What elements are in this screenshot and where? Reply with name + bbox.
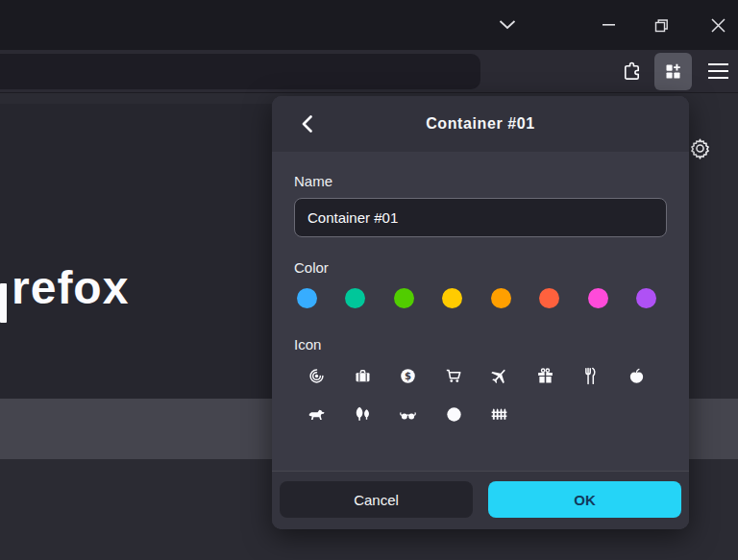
color-swatch-orange[interactable] <box>491 288 511 308</box>
window-titlebar <box>0 0 738 50</box>
svg-text:$: $ <box>405 371 411 381</box>
color-swatch-yellow[interactable] <box>442 288 462 308</box>
color-swatch-turquoise[interactable] <box>345 288 365 308</box>
firefox-wordmark: refox <box>12 261 129 314</box>
list-tabs-chevron-icon[interactable] <box>485 0 529 50</box>
navigation-toolbar <box>0 50 738 93</box>
minimize-button[interactable] <box>586 0 630 50</box>
icon-grid: $ <box>294 361 659 429</box>
color-swatch-red[interactable] <box>539 288 559 308</box>
icon-option-circle[interactable] <box>431 400 478 429</box>
cancel-button[interactable]: Cancel <box>280 481 473 518</box>
color-swatch-pink[interactable] <box>588 288 608 308</box>
wordmark-letter-fragment <box>0 283 7 323</box>
close-window-button[interactable] <box>696 0 738 50</box>
popup-body: Name Color Icon $ <box>272 152 689 471</box>
back-chevron-icon[interactable] <box>285 96 328 152</box>
icon-option-fence[interactable] <box>477 400 523 429</box>
color-swatch-purple[interactable] <box>636 288 656 308</box>
color-swatch-blue[interactable] <box>297 288 317 308</box>
extensions-puzzle-icon[interactable] <box>613 50 650 93</box>
icon-option-tree[interactable] <box>340 400 386 429</box>
icon-option-dollar[interactable]: $ <box>385 361 431 391</box>
color-swatch-green[interactable] <box>394 288 414 308</box>
restore-window-button[interactable] <box>639 0 683 50</box>
icon-option-cart[interactable] <box>431 361 478 391</box>
color-label: Color <box>294 259 667 276</box>
icon-option-chill[interactable] <box>385 400 431 429</box>
icon-option-gift[interactable] <box>523 361 569 391</box>
icon-option-vacation[interactable] <box>477 361 523 391</box>
icon-option-food[interactable] <box>568 361 614 391</box>
url-bar[interactable] <box>0 54 480 89</box>
container-name-input[interactable] <box>294 198 667 237</box>
icon-option-briefcase[interactable] <box>340 361 386 391</box>
icon-option-fruit[interactable] <box>614 361 660 391</box>
gear-icon[interactable] <box>688 136 712 160</box>
popup-header: Container #01 <box>272 96 689 152</box>
color-swatches <box>297 288 656 308</box>
icon-label: Icon <box>294 336 667 353</box>
popup-footer: Cancel OK <box>272 471 689 529</box>
containers-grid-icon <box>663 61 683 82</box>
name-label: Name <box>294 173 667 189</box>
icon-option-pet[interactable] <box>294 400 340 429</box>
popup-title: Container #01 <box>426 115 535 133</box>
icon-option-fingerprint[interactable] <box>294 361 340 391</box>
menu-hamburger-icon[interactable] <box>699 50 738 93</box>
ok-button[interactable]: OK <box>488 481 681 518</box>
containers-extension-button[interactable] <box>654 53 692 90</box>
container-edit-popup: Container #01 Name Color Icon $ Cancel O… <box>272 96 689 529</box>
